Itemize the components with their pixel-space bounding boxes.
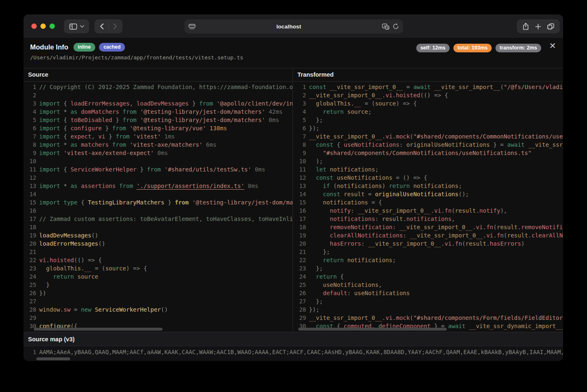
code-line: 18 removeNotification: __vite_ssr_import…: [293, 223, 563, 231]
code-token: ;: [375, 166, 378, 173]
forward-button[interactable]: [109, 19, 122, 33]
code-line: 22vi.hoisted(() => {: [24, 256, 292, 264]
code-line: 5import { toBeDisabled } from '@testing-…: [24, 116, 292, 124]
code-token: *: [60, 141, 71, 148]
line-number: 27: [293, 297, 306, 305]
code-token: }: [164, 199, 174, 206]
code-token: from: [112, 125, 126, 131]
code-line: 19 clearAllNotifications: __vite_ssr_imp…: [293, 231, 563, 239]
line-number: 9: [293, 149, 306, 157]
code-line: 8import * as matchers from 'vitest-axe/m…: [24, 141, 292, 149]
new-tab-icon[interactable]: [535, 23, 541, 30]
minimize-window-button[interactable]: [40, 23, 46, 29]
line-number: 2: [24, 91, 36, 99]
share-icon[interactable]: [523, 23, 529, 30]
code-token: hoisted: [396, 92, 420, 99]
code-token: __vite_ssr_import_0__: [358, 207, 431, 214]
page-settings-icon[interactable]: [189, 24, 196, 29]
code-token: 0ms: [265, 117, 279, 123]
code-token: =: [71, 306, 81, 313]
tab-overview-icon[interactable]: [547, 23, 554, 30]
close-icon[interactable]: ✕: [547, 40, 558, 52]
code-token: .: [403, 216, 406, 222]
code-line: 2__vite_ssr_import_0__.vi.hoisted(() => …: [293, 91, 563, 99]
line-number: 17: [293, 215, 306, 223]
code-token: }: [102, 125, 112, 131]
code-token: as: [71, 108, 78, 115]
code-token: (: [493, 224, 497, 230]
code-token: {: [78, 199, 88, 206]
code-token: ;: [368, 108, 371, 115]
zoom-window-button[interactable]: [50, 23, 55, 29]
line-number: 24: [24, 272, 36, 281]
source-panel-title: Source: [24, 68, 292, 82]
code-token: mock: [396, 133, 410, 140]
window-controls: [31, 23, 55, 29]
sidebar-icon[interactable]: [69, 23, 77, 30]
code-line: 14 const result = originalUseNotificatio…: [293, 190, 563, 198]
code-line: 7__vite_ssr_import_0__.vi.mock("#shared/…: [293, 132, 563, 141]
code-token: notify: [479, 207, 500, 214]
line-number: 23: [24, 264, 36, 272]
line-number: 14: [24, 190, 36, 198]
code-line: 22 return notifications;: [293, 256, 563, 264]
code-token: vi: [39, 257, 46, 263]
timing-badges: self: 12mstotal: 193mstransform: 2ms: [416, 44, 541, 52]
code-token: (): [98, 240, 105, 247]
code-token: let: [309, 166, 326, 173]
code-token: 0ms: [154, 150, 168, 156]
code-line: 28});: [293, 305, 563, 314]
code-token: fn: [497, 232, 504, 239]
code-token: toBeDisabled: [71, 117, 112, 123]
code-token: from: [116, 133, 130, 140]
code-token: fn: [445, 207, 452, 214]
code-token: ServiceWorkerHelper: [91, 306, 161, 313]
module-link[interactable]: './support/assertions/index.ts': [137, 183, 244, 189]
line-number: 20: [293, 239, 306, 248]
code-token: __vite_ssr_import_0__: [309, 92, 382, 99]
code-token: '@testing-library/jest-dom/matchers': [189, 199, 292, 206]
close-window-button[interactable]: [31, 23, 37, 29]
back-button[interactable]: [95, 19, 108, 33]
code-line: 2: [24, 91, 292, 99]
code-token: };: [309, 249, 330, 255]
code-token: .: [81, 265, 84, 272]
code-token: }: [39, 282, 50, 288]
translate-icon[interactable]: A 文: [382, 23, 389, 30]
code-line: 27: [24, 297, 292, 305]
code-token: vi: [385, 133, 392, 140]
transformed-code[interactable]: 1const __vite_ssr_import_0__ = await __v…: [293, 83, 563, 332]
badge-cached: cached: [99, 43, 125, 52]
source-map-title: Source map (v3): [24, 332, 563, 346]
line-number: 25: [293, 281, 306, 289]
code-token: removeNotification: [521, 224, 563, 230]
chevron-down-icon[interactable]: [80, 25, 84, 28]
source-code[interactable]: 1// Copyright (C) 2012-2025 Zammad Found…: [24, 83, 292, 332]
code-token: return: [39, 273, 74, 280]
line-number: 24: [293, 272, 306, 281]
code-line: 23 globalThis.__ = (source) => {: [24, 264, 292, 272]
code-token: __vite_ssr_dynamic_import__: [465, 323, 563, 329]
address-bar[interactable]: localhost A 文: [184, 19, 403, 33]
code-line: 25 }: [24, 281, 292, 289]
svg-text:文: 文: [387, 26, 389, 29]
code-token: from: [175, 199, 189, 206]
reload-icon[interactable]: [393, 23, 399, 30]
code-line: 24 return {: [293, 272, 563, 281]
code-token: globalThis: [309, 100, 351, 107]
code-token: vi: [486, 232, 493, 239]
code-token: *: [60, 183, 71, 189]
code-token: loadErrorMessages: [71, 100, 130, 107]
code-line: 7import { expect, vi } from 'vitest' 1ms: [24, 132, 292, 141]
transformed-horizontal-scrollbar[interactable]: [298, 328, 447, 331]
code-token: };: [309, 265, 323, 272]
line-number: 28: [293, 305, 306, 314]
line-number: 1: [293, 83, 306, 91]
source-map-horizontal-scrollbar[interactable]: [36, 357, 70, 360]
code-token: source: [105, 265, 126, 272]
line-number: 1: [24, 349, 36, 355]
code-token: }: [137, 166, 147, 173]
code-token: ,: [130, 100, 137, 107]
code-token: :: [399, 141, 406, 148]
source-horizontal-scrollbar[interactable]: [34, 328, 163, 331]
